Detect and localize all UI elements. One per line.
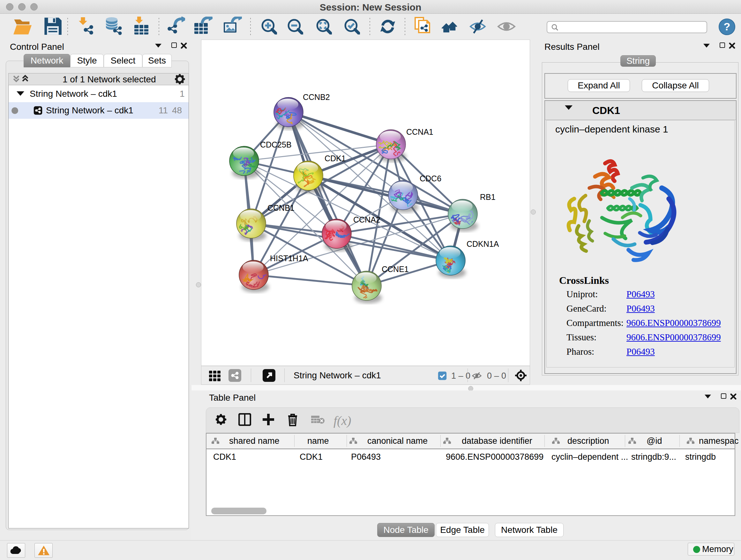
svg-text:CCNA2: CCNA2 [353, 215, 381, 224]
svg-text:CDC6: CDC6 [420, 174, 441, 183]
svg-text:?: ? [724, 20, 731, 33]
svg-text:CDKN1A: CDKN1A [467, 240, 499, 248]
svg-text:CCNB1: CCNB1 [267, 203, 294, 212]
svg-text:HIST1H1A: HIST1H1A [270, 254, 308, 263]
svg-text:CDC25B: CDC25B [260, 140, 292, 149]
svg-text:CCNE1: CCNE1 [382, 265, 409, 273]
svg-text:CDK1: CDK1 [325, 154, 346, 163]
svg-text:CCNA1: CCNA1 [406, 127, 433, 136]
svg-text:CCNB2: CCNB2 [303, 92, 330, 102]
svg-text:RB1: RB1 [480, 192, 495, 201]
